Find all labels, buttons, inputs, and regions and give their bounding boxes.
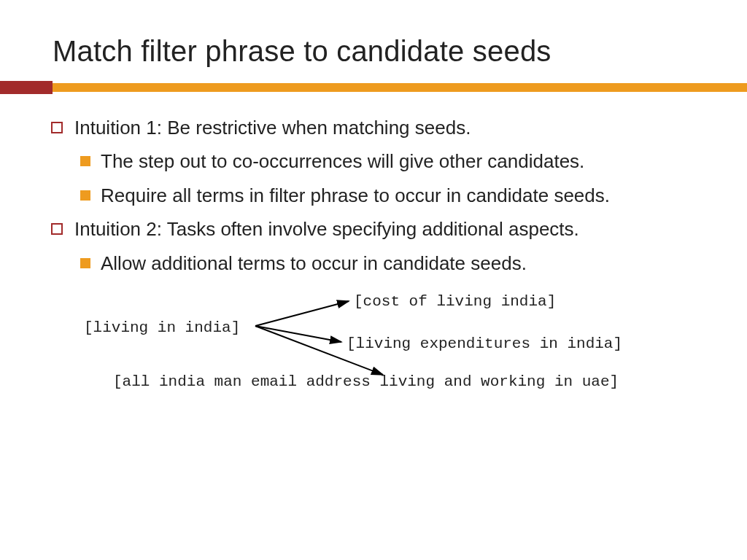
slide-body: Intuition 1: Be restrictive when matchin… — [0, 94, 747, 408]
bullet-level2: Allow additional terms to occur in candi… — [80, 250, 696, 276]
filled-square-icon — [80, 156, 90, 166]
bullet-text: Require all terms in filter phrase to oc… — [101, 182, 610, 209]
bullet-text: Allow additional terms to occur in candi… — [101, 250, 527, 276]
bullet-text: Intuition 1: Be restrictive when matchin… — [74, 114, 471, 141]
bullet-level2: Require all terms in filter phrase to oc… — [80, 182, 696, 209]
example-diagram: [living in india] [cost of living india]… — [51, 291, 696, 408]
divider-rule — [0, 81, 747, 94]
filled-square-icon — [80, 190, 90, 201]
diagram-target-node: [all india man email address living and … — [113, 371, 619, 392]
slide-title: Match filter phrase to candidate seeds — [0, 0, 747, 81]
svg-line-0 — [255, 301, 349, 326]
bullet-level1: Intuition 2: Tasks often involve specify… — [51, 216, 696, 242]
svg-line-1 — [255, 326, 341, 342]
bullet-level1: Intuition 1: Be restrictive when matchin… — [51, 114, 696, 141]
rule-accent-orange — [53, 83, 747, 92]
hollow-square-icon — [51, 223, 63, 235]
diagram-source-node: [living in india] — [84, 317, 240, 338]
filled-square-icon — [80, 258, 90, 268]
rule-accent-red — [0, 81, 53, 94]
diagram-target-node: [cost of living india] — [354, 291, 556, 312]
hollow-square-icon — [51, 122, 63, 133]
bullet-level2: The step out to co-occurrences will give… — [80, 148, 696, 174]
diagram-target-node: [living expenditures in india] — [347, 333, 622, 354]
bullet-text: The step out to co-occurrences will give… — [101, 148, 584, 174]
bullet-text: Intuition 2: Tasks often involve specify… — [74, 216, 579, 242]
